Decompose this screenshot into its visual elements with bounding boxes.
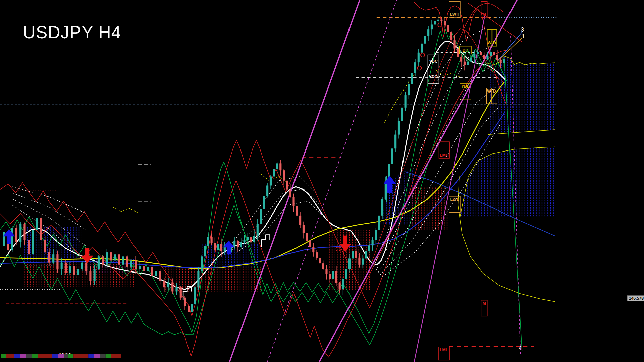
candle-body (457, 48, 459, 56)
chart-canvas[interactable] (0, 0, 644, 362)
candle-body (276, 163, 278, 169)
strip-segment (68, 354, 73, 358)
candle-body (69, 266, 71, 273)
candle-body (73, 266, 75, 275)
candle-body (106, 252, 108, 265)
annotation-box-dh: DH (459, 46, 472, 54)
annotation-box-label: YDL (461, 84, 469, 88)
candle-body (434, 21, 436, 25)
candle-body (427, 29, 429, 36)
candle-body (217, 244, 219, 250)
candle-body (339, 283, 341, 289)
candle-body (440, 20, 442, 21)
annotation-box-ydc: YDC (428, 55, 439, 68)
candle-body (473, 54, 475, 58)
candle-body (135, 261, 137, 269)
candle-body (453, 40, 455, 48)
candle-body (368, 245, 370, 251)
candle-body (214, 243, 216, 250)
candle-body (155, 271, 157, 276)
trendline (498, 38, 522, 61)
overlay-yellow-dash-3 (384, 74, 415, 123)
candle-body (65, 263, 67, 273)
candle-body (247, 237, 249, 240)
candle-body (250, 237, 252, 242)
candle-body (381, 199, 383, 216)
candle-body (414, 62, 416, 73)
candle-body (191, 304, 193, 312)
chart-area[interactable]: LWHMWDDHYDCYDOYDLWDLMHLWLMLML USDJPY H4 … (0, 0, 644, 362)
fan-label-3: 3 (521, 27, 524, 33)
strip-segment (32, 354, 38, 358)
strip-segment (14, 354, 20, 358)
candle-body (36, 218, 38, 230)
candle-body (159, 271, 161, 281)
candle-body (201, 256, 203, 271)
candle-body (171, 282, 173, 291)
candle-body (273, 169, 275, 176)
candle-body (303, 225, 305, 233)
candle-body (28, 240, 30, 254)
candle-body (94, 269, 96, 281)
candle-body (15, 228, 17, 242)
candle-body (257, 224, 259, 236)
annotation-box-label: DH (462, 48, 468, 52)
candle-body (460, 57, 462, 62)
strip-segment (20, 354, 26, 358)
candle-body (98, 256, 100, 269)
candle-body (342, 279, 344, 290)
candle-body (122, 256, 124, 264)
candle-body (365, 251, 367, 258)
annotation-box-m: M (481, 300, 488, 316)
annotation-box-lml: LML (438, 347, 450, 360)
candle-body (424, 36, 426, 44)
candle-body (61, 263, 63, 269)
strip-segment (111, 354, 121, 358)
candle-body (398, 121, 400, 134)
candle-body (180, 287, 182, 298)
trendline (498, 32, 522, 61)
annotation-box-d: D (492, 88, 497, 104)
candle-body (207, 237, 209, 246)
annotation-box-label: YDC (429, 59, 438, 63)
candle-body (130, 261, 132, 267)
fan-label-4: 4 (519, 346, 522, 351)
candle-body (194, 287, 196, 304)
candle-body (312, 247, 314, 252)
candle-body (233, 241, 235, 246)
strip-segment (64, 354, 68, 358)
candle-body (114, 254, 116, 260)
strip-segment (100, 354, 105, 358)
candle-body (139, 266, 141, 269)
candle-body (110, 252, 112, 260)
candle-body (175, 287, 177, 291)
candle-body (306, 233, 308, 241)
strip-segment (88, 354, 94, 358)
candle-body (220, 244, 222, 251)
candle-body (81, 263, 83, 269)
candle-body (44, 240, 46, 252)
candle-body (477, 52, 479, 54)
candle-body (184, 298, 186, 306)
annotation-box-label: LWL (450, 197, 459, 201)
candle-body (450, 32, 452, 40)
strip-segment (26, 354, 32, 358)
candle-body (19, 224, 21, 242)
annotation-box-w: W (487, 29, 492, 46)
candle-body (391, 148, 393, 164)
candle-body (486, 56, 488, 59)
candle-body (163, 281, 165, 287)
annotation-box-w: W (486, 88, 492, 104)
annotation-box-label: LML (440, 348, 448, 352)
candle-body (52, 254, 54, 262)
candle-body (143, 266, 145, 271)
candle-body (292, 197, 294, 206)
candle-body (329, 274, 331, 279)
candle-body (464, 62, 466, 65)
candle-body (503, 59, 505, 63)
annotation-box-ydl: YDL (460, 83, 471, 100)
candle-body (253, 236, 255, 242)
annotation-box-lwl: LWL (449, 196, 460, 213)
strip-segment (52, 354, 58, 358)
candle-body (335, 271, 337, 283)
